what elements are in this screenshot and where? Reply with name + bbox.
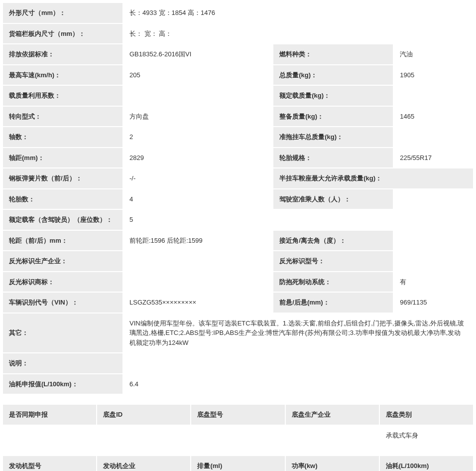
refltm-value — [123, 272, 272, 292]
emission-label: 排放依据标准： — [3, 44, 122, 64]
topspeed-value: 205 — [123, 65, 272, 85]
chassis-h1: 是否同期申报 — [3, 405, 96, 425]
reflmodel-label: 反光标识型号： — [273, 251, 393, 271]
ratedpassenger-value: 5 — [123, 210, 473, 230]
chassis-h2: 底盘ID — [97, 405, 190, 425]
axles-value: 2 — [123, 127, 272, 147]
engine-h4: 功率(kw) — [286, 456, 379, 471]
abs-value: 有 — [394, 272, 473, 292]
refltm-label: 反光标识商标： — [3, 272, 122, 292]
chassis-v3 — [191, 426, 284, 446]
dimensions-label: 外形尺寸（mm）： — [3, 3, 122, 23]
emission-value: GB18352.6-2016国VI — [123, 44, 272, 64]
semitrailer-label: 半挂车鞍座最大允许承载质量(kg)： — [273, 168, 473, 188]
note-value — [123, 353, 473, 373]
cabseats-label: 驾驶室准乘人数（人）： — [273, 189, 393, 209]
track-label: 轮距（前/后）mm： — [3, 231, 122, 251]
curbmass-label: 整备质量(kg)： — [273, 107, 393, 127]
chassis-h5: 底盘类别 — [380, 405, 473, 425]
overhang-value: 969/1135 — [394, 293, 473, 313]
overhang-label: 前悬/后悬(mm)： — [273, 293, 393, 313]
totalmass-value: 1905 — [394, 65, 473, 85]
engine-h3: 排量(ml) — [191, 456, 284, 471]
chassis-v1 — [3, 426, 96, 446]
chassis-h4: 底盘生产企业 — [286, 405, 379, 425]
other-value: VIN编制使用车型年份。该车型可选装ETC车载装置。1.选装:天窗,前组合灯,后… — [123, 314, 473, 353]
ratedload-value — [394, 86, 473, 106]
tirecount-value: 4 — [123, 189, 272, 209]
loadcoef-value — [123, 86, 272, 106]
cabseats-value — [394, 189, 473, 209]
cargo-dim-value: 长： 宽： 高： — [123, 24, 473, 44]
leafspring-value: -/- — [123, 168, 272, 188]
reflmodel-value — [394, 251, 473, 271]
abs-label: 防抱死制动系统： — [273, 272, 393, 292]
chassis-v5: 承载式车身 — [380, 426, 473, 446]
totalmass-label: 总质量(kg)： — [273, 65, 393, 85]
vin-label: 车辆识别代号（VIN）： — [3, 293, 122, 313]
loadcoef-label: 载质量利用系数： — [3, 86, 122, 106]
trailer-label: 准拖挂车总质量(kg)： — [273, 127, 393, 147]
cargo-dim-label: 货箱栏板内尺寸（mm）： — [3, 24, 122, 44]
approach-label: 接近角/离去角（度）： — [273, 231, 393, 251]
tirespec-value: 225/55R17 — [394, 148, 473, 168]
wheelbase-value: 2829 — [123, 148, 272, 168]
other-label: 其它： — [3, 314, 122, 353]
chassis-h3: 底盘型号 — [191, 405, 284, 425]
fuel-label: 燃料种类： — [273, 44, 393, 64]
topspeed-label: 最高车速(km/h)： — [3, 65, 122, 85]
ratedpassenger-label: 额定载客（含驾驶员）（座位数）： — [3, 210, 122, 230]
spec-table: 外形尺寸（mm）： 长：4933 宽：1854 高：1476 货箱栏板内尺寸（m… — [2, 2, 474, 395]
reflmfr-value — [123, 251, 272, 271]
tirecount-label: 轮胎数： — [3, 189, 122, 209]
steering-value: 方向盘 — [123, 107, 272, 127]
ratedload-label: 额定载质量(kg)： — [273, 86, 393, 106]
steering-label: 转向型式： — [3, 107, 122, 127]
fuel100-label: 油耗申报值(L/100km)： — [3, 374, 122, 394]
chassis-v4 — [286, 426, 379, 446]
approach-value — [394, 231, 473, 251]
vin-value: LSGZG535××××××××× — [123, 293, 272, 313]
chassis-v2 — [97, 426, 190, 446]
engine-h5: 油耗(L/100km) — [380, 456, 473, 471]
engine-h2: 发动机企业 — [97, 456, 190, 471]
note-label: 说明： — [3, 353, 122, 373]
engine-h1: 发动机型号 — [3, 456, 96, 471]
wheelbase-label: 轴距(mm)： — [3, 148, 122, 168]
fuel100-value: 6.4 — [123, 374, 473, 394]
track-value: 前轮距:1596 后轮距:1599 — [123, 231, 272, 251]
dimensions-value: 长：4933 宽：1854 高：1476 — [123, 3, 473, 23]
curbmass-value: 1465 — [394, 107, 473, 127]
chassis-table: 是否同期申报 底盘ID 底盘型号 底盘生产企业 底盘类别 承载式车身 — [2, 404, 474, 446]
trailer-value — [394, 127, 473, 147]
tirespec-label: 轮胎规格： — [273, 148, 393, 168]
axles-label: 轴数： — [3, 127, 122, 147]
reflmfr-label: 反光标识生产企业： — [3, 251, 122, 271]
leafspring-label: 钢板弹簧片数（前/后）： — [3, 168, 122, 188]
fuel-value: 汽油 — [394, 44, 473, 64]
engine-table: 发动机型号 发动机企业 排量(ml) 功率(kw) 油耗(L/100km) LF… — [2, 455, 474, 471]
